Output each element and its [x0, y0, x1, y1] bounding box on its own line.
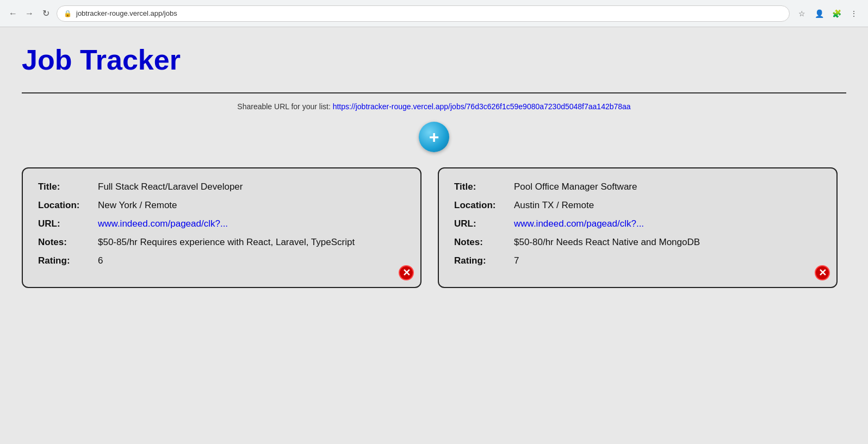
page-content: Job Tracker Shareable URL for your list:… [0, 27, 868, 444]
lock-icon: 🔒 [64, 10, 72, 17]
url-label: URL: [454, 218, 514, 229]
job-card: Title: Full Stack React/Laravel Develope… [22, 167, 421, 288]
url-value[interactable]: www.indeed.com/pagead/clk?... [514, 218, 644, 229]
add-button-container: + [22, 122, 846, 152]
rating-value: 7 [514, 255, 519, 266]
extensions-button[interactable]: 🧩 [829, 6, 844, 21]
browser-chrome: ← → ↻ 🔒 jobtracker-rouge.vercel.app/jobs… [0, 0, 868, 27]
delete-icon: ✕ [815, 265, 830, 280]
delete-job-button[interactable]: ✕ [815, 265, 830, 280]
bookmark-button[interactable]: ☆ [794, 6, 809, 21]
job-notes-field: Notes: $50-80/hr Needs React Native and … [454, 237, 821, 248]
title-value: Full Stack React/Laravel Developer [98, 182, 243, 192]
shareable-url-bar: Shareable URL for your list: https://job… [22, 102, 846, 111]
job-location-field: Location: Austin TX / Remote [454, 200, 821, 211]
address-bar[interactable]: 🔒 jobtracker-rouge.vercel.app/jobs [57, 5, 790, 22]
notes-value: $50-80/hr Needs React Native and MongoDB [514, 237, 700, 248]
shareable-url-link[interactable]: https://jobtracker-rouge.vercel.app/jobs… [333, 102, 631, 111]
url-text: jobtracker-rouge.vercel.app/jobs [76, 9, 177, 17]
job-rating-field: Rating: 6 [38, 255, 405, 266]
browser-nav-buttons: ← → ↻ [7, 7, 52, 20]
divider [22, 92, 846, 93]
menu-button[interactable]: ⋮ [846, 6, 861, 21]
location-value: New York / Remote [98, 200, 177, 211]
location-label: Location: [454, 200, 514, 211]
title-value: Pool Office Manager Software [514, 182, 637, 192]
url-label: URL: [38, 218, 98, 229]
title-label: Title: [38, 182, 98, 192]
job-location-field: Location: New York / Remote [38, 200, 405, 211]
job-url-field: URL: www.indeed.com/pagead/clk?... [38, 218, 405, 229]
job-url-field: URL: www.indeed.com/pagead/clk?... [454, 218, 821, 229]
job-title-field: Title: Pool Office Manager Software [454, 182, 821, 192]
notes-label: Notes: [454, 237, 514, 248]
job-notes-field: Notes: $50-85/hr Requires experience wit… [38, 237, 405, 248]
job-title-field: Title: Full Stack React/Laravel Develope… [38, 182, 405, 192]
rating-value: 6 [98, 255, 103, 266]
title-label: Title: [454, 182, 514, 192]
forward-button[interactable]: → [23, 7, 36, 20]
back-button[interactable]: ← [7, 7, 20, 20]
location-value: Austin TX / Remote [514, 200, 594, 211]
location-label: Location: [38, 200, 98, 211]
delete-job-button[interactable]: ✕ [399, 265, 414, 280]
url-value[interactable]: www.indeed.com/pagead/clk?... [98, 218, 228, 229]
profile-button[interactable]: 👤 [811, 6, 827, 21]
shareable-label: Shareable URL for your list: [237, 102, 330, 111]
jobs-grid: Title: Full Stack React/Laravel Develope… [22, 167, 838, 288]
add-job-button[interactable]: + [419, 122, 449, 152]
delete-icon: ✕ [399, 265, 414, 280]
notes-value: $50-85/hr Requires experience with React… [98, 237, 355, 248]
browser-actions: ☆ 👤 🧩 ⋮ [794, 6, 861, 21]
app-title: Job Tracker [22, 43, 846, 76]
notes-label: Notes: [38, 237, 98, 248]
rating-label: Rating: [454, 255, 514, 266]
job-card: Title: Pool Office Manager Software Loca… [438, 167, 838, 288]
rating-label: Rating: [38, 255, 98, 266]
job-rating-field: Rating: 7 [454, 255, 821, 266]
reload-button[interactable]: ↻ [39, 7, 52, 20]
